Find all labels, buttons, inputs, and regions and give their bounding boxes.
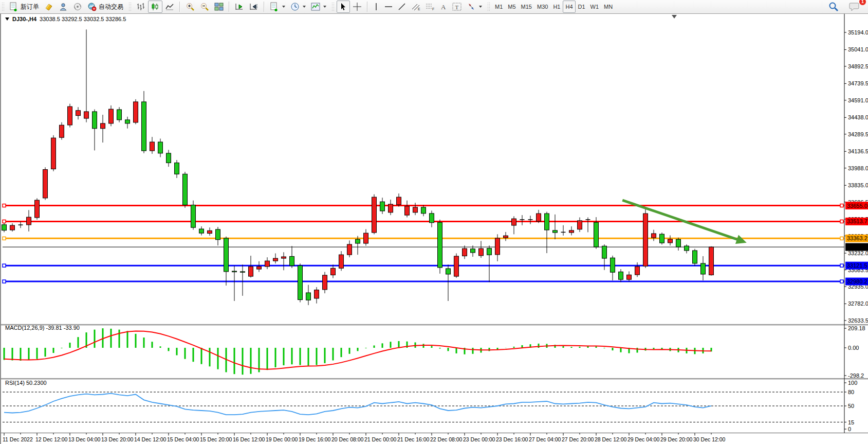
candle-body bbox=[701, 263, 706, 274]
rsi-axis-label: 0 bbox=[848, 426, 851, 432]
fibonacci-button[interactable]: F bbox=[423, 1, 437, 13]
community-button[interactable] bbox=[56, 1, 70, 13]
text-label-button[interactable]: T bbox=[450, 1, 464, 13]
tile-windows-button[interactable] bbox=[212, 1, 226, 13]
candle-body bbox=[183, 174, 188, 205]
notifications-button[interactable]: 1 bbox=[846, 1, 863, 13]
horizontal-line-button[interactable] bbox=[382, 1, 395, 13]
price-chart[interactable]: 35194.035041.034892.534739.534591.034438… bbox=[1, 14, 868, 444]
timeframe-m15-button[interactable]: M15 bbox=[519, 1, 534, 13]
candle-body bbox=[537, 214, 541, 221]
resistance-line-1-price-label: 33655.0 bbox=[847, 203, 867, 209]
dropdown-caret-icon[interactable] bbox=[282, 6, 285, 8]
line-anchor-handle[interactable] bbox=[3, 204, 6, 207]
time-axis-label: 13 Dec 20:00 bbox=[101, 436, 134, 442]
rsi-axis-label: 80 bbox=[848, 389, 854, 395]
candle-body bbox=[635, 267, 640, 275]
cursor-button[interactable] bbox=[337, 1, 350, 13]
new-chart-button[interactable] bbox=[267, 1, 288, 13]
autotrading-button-label: 自动交易 bbox=[99, 3, 123, 11]
candlestick-chart-button[interactable] bbox=[148, 1, 162, 13]
equidistant-channel-button[interactable]: E bbox=[409, 1, 423, 13]
line-anchor-handle[interactable] bbox=[840, 220, 843, 223]
time-axis-label: 15 Dec 20:00 bbox=[200, 436, 232, 442]
candle-body bbox=[249, 267, 253, 276]
candle-body bbox=[241, 272, 245, 272]
bar-chart-button[interactable] bbox=[134, 1, 148, 13]
price-axis-label: 34136.5 bbox=[848, 148, 868, 154]
periods-button[interactable] bbox=[288, 1, 308, 13]
template-indicators-button[interactable] bbox=[308, 1, 329, 13]
tiles-icon bbox=[214, 3, 224, 11]
candle-body bbox=[35, 200, 40, 218]
timeframe-m5-button[interactable]: M5 bbox=[505, 1, 518, 13]
autotrading-button[interactable]: 自动交易 bbox=[85, 1, 126, 13]
time-axis-label: 20 Dec 08:00 bbox=[331, 436, 364, 442]
chart-window[interactable]: 35194.035041.034892.534739.534591.034438… bbox=[0, 14, 868, 444]
timeframe-d1-button[interactable]: D1 bbox=[576, 1, 588, 13]
time-axis-label: 13 Dec 04:00 bbox=[68, 436, 101, 442]
macd-indicator-label: MACD(12,26,9) -39.81 -33.90 bbox=[5, 325, 80, 331]
candle-body bbox=[167, 153, 171, 163]
zoom-out-button[interactable] bbox=[197, 1, 212, 13]
zoom-in-icon bbox=[186, 2, 195, 11]
line-anchor-handle[interactable] bbox=[840, 280, 843, 283]
person-icon bbox=[59, 2, 68, 11]
chevron-down-icon[interactable] bbox=[5, 17, 9, 21]
auto-scroll-button[interactable] bbox=[232, 1, 247, 13]
line-anchor-handle[interactable] bbox=[3, 264, 6, 267]
candle-body bbox=[134, 102, 138, 122]
timeframe-m30-button[interactable]: M30 bbox=[534, 1, 550, 13]
rsi-axis-label: 50 bbox=[848, 403, 854, 409]
new-order-button[interactable]: 新订单 bbox=[7, 1, 42, 13]
candle-body bbox=[553, 230, 558, 233]
candle-body bbox=[487, 248, 492, 255]
line-anchor-handle[interactable] bbox=[3, 237, 6, 240]
line-anchor-handle[interactable] bbox=[840, 204, 843, 207]
rsi-axis-label: 15 bbox=[848, 419, 854, 425]
candle-body bbox=[495, 238, 500, 255]
candle-body bbox=[117, 110, 122, 120]
macd-axis-label: -298.2 bbox=[848, 372, 864, 379]
candle-body bbox=[504, 236, 508, 238]
line-anchor-handle[interactable] bbox=[3, 220, 6, 223]
trendline-button[interactable] bbox=[395, 1, 409, 13]
candle-body bbox=[158, 142, 163, 153]
time-axis-label: 23 Dec 16:00 bbox=[496, 436, 528, 442]
candle-body bbox=[93, 112, 97, 129]
timeframe-m1-button[interactable]: M1 bbox=[492, 1, 505, 13]
candle-body bbox=[290, 256, 294, 265]
timeframe-h1-button[interactable]: H1 bbox=[550, 1, 563, 13]
candle-body bbox=[676, 239, 681, 247]
dropdown-caret-icon[interactable] bbox=[303, 6, 306, 8]
candle-body bbox=[364, 233, 368, 243]
bars-icon bbox=[136, 3, 145, 11]
line-anchor-handle[interactable] bbox=[3, 280, 6, 283]
timeframe-mn-button[interactable]: MN bbox=[601, 1, 615, 13]
arrows-button[interactable] bbox=[464, 1, 485, 13]
timeframe-w1-button[interactable]: W1 bbox=[588, 1, 602, 13]
candle-body bbox=[397, 197, 401, 205]
candle-body bbox=[545, 214, 549, 230]
line-chart-button[interactable] bbox=[162, 1, 177, 13]
crosshair-button[interactable] bbox=[350, 1, 364, 13]
timeframe-h4-button[interactable]: H4 bbox=[563, 1, 575, 13]
price-axis-label: 33835.0 bbox=[848, 182, 868, 188]
time-axis-label: 14 Dec 12:00 bbox=[134, 436, 167, 442]
candle-body bbox=[685, 246, 689, 251]
line-anchor-handle[interactable] bbox=[840, 237, 843, 240]
time-axis-label: 29 Dec 20:00 bbox=[660, 436, 693, 442]
line-anchor-handle[interactable] bbox=[840, 264, 843, 267]
time-axis-label: 30 Dec 12:00 bbox=[693, 436, 726, 442]
chart-shift-button[interactable] bbox=[247, 1, 261, 13]
dropdown-caret-icon[interactable] bbox=[479, 6, 482, 8]
search-button[interactable] bbox=[826, 1, 841, 13]
signals-button[interactable] bbox=[70, 1, 85, 13]
toolbar-grip bbox=[2, 2, 4, 11]
text-button[interactable]: A bbox=[437, 1, 450, 13]
vertical-line-button[interactable] bbox=[371, 1, 382, 13]
zoom-in-button[interactable] bbox=[183, 1, 197, 13]
dropdown-caret-icon[interactable] bbox=[323, 6, 326, 8]
metaeditor-button[interactable] bbox=[42, 1, 56, 13]
candle-body bbox=[512, 219, 516, 225]
